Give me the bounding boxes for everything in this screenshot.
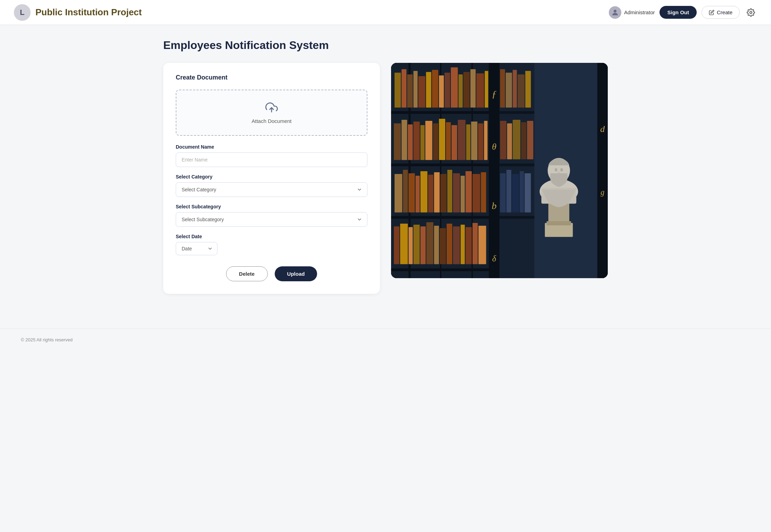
page-title: Employees Notification System	[163, 39, 608, 52]
svg-rect-22	[451, 67, 458, 108]
svg-rect-52	[453, 173, 460, 213]
svg-rect-26	[476, 73, 484, 108]
svg-rect-21	[445, 73, 450, 108]
upload-button[interactable]: Upload	[275, 266, 317, 281]
svg-rect-36	[446, 122, 451, 160]
svg-rect-37	[451, 125, 457, 160]
date-select[interactable]: Date	[176, 242, 217, 255]
logo-avatar: L	[14, 4, 31, 21]
svg-rect-46	[415, 176, 420, 213]
svg-rect-105	[597, 63, 608, 278]
svg-rect-18	[426, 72, 431, 108]
svg-text:d: d	[600, 124, 605, 134]
svg-rect-41	[478, 123, 483, 160]
svg-rect-51	[447, 170, 452, 213]
form-card: Create Document Attach Document Document…	[163, 63, 380, 294]
user-icon	[611, 8, 619, 17]
library-image: ƒ θ b δ	[391, 63, 608, 278]
svg-rect-70	[479, 226, 486, 264]
date-select-wrapper: Date	[176, 242, 217, 255]
settings-button[interactable]	[745, 6, 757, 19]
svg-rect-30	[408, 124, 413, 160]
svg-text:g: g	[600, 188, 604, 197]
sign-out-button[interactable]: Sign Out	[660, 6, 697, 19]
content-grid: Create Document Attach Document Document…	[163, 63, 608, 294]
svg-rect-60	[413, 225, 420, 264]
main-content: Employees Notification System Create Doc…	[142, 25, 629, 308]
user-avatar	[609, 6, 621, 19]
svg-rect-28	[394, 123, 401, 160]
svg-point-0	[614, 10, 616, 13]
upload-zone[interactable]: Attach Document	[176, 90, 367, 136]
svg-text:b: b	[492, 200, 497, 211]
svg-rect-17	[418, 76, 425, 108]
svg-rect-24	[463, 72, 470, 108]
svg-rect-35	[439, 119, 445, 160]
svg-rect-11	[391, 216, 489, 219]
svg-rect-13	[395, 73, 401, 108]
header-left: L Public Institution Project	[14, 4, 142, 21]
svg-rect-69	[473, 223, 478, 264]
svg-rect-47	[421, 171, 428, 213]
footer-text: © 2025 All rights reserved	[21, 337, 73, 342]
document-name-input[interactable]	[176, 152, 367, 167]
subcategory-select[interactable]: Select Subcategory	[176, 212, 367, 227]
date-label: Select Date	[176, 234, 367, 239]
form-card-title: Create Document	[176, 74, 367, 81]
header: L Public Institution Project Administrat…	[0, 0, 771, 25]
svg-text:ƒ: ƒ	[492, 89, 497, 99]
svg-rect-54	[465, 171, 472, 213]
header-right: Administrator Sign Out Create	[609, 6, 757, 19]
svg-rect-34	[433, 123, 438, 160]
svg-rect-61	[421, 226, 426, 264]
svg-rect-20	[439, 75, 444, 108]
svg-rect-10	[391, 164, 489, 166]
svg-rect-67	[461, 225, 465, 264]
svg-text:δ: δ	[492, 254, 496, 263]
svg-rect-23	[458, 74, 463, 108]
svg-rect-56	[481, 172, 486, 213]
subcategory-label: Select Subcategory	[176, 204, 367, 209]
svg-rect-42	[484, 121, 488, 160]
svg-rect-27	[485, 71, 488, 108]
svg-rect-50	[440, 174, 447, 213]
svg-rect-49	[434, 172, 440, 213]
form-buttons: Delete Upload	[176, 266, 367, 281]
svg-rect-48	[428, 175, 433, 213]
svg-rect-68	[465, 227, 472, 264]
date-group: Select Date Date	[176, 234, 367, 255]
svg-rect-64	[440, 228, 446, 264]
svg-rect-53	[461, 176, 465, 213]
svg-rect-66	[453, 226, 460, 264]
svg-text:θ: θ	[492, 142, 496, 152]
user-info: Administrator	[609, 6, 655, 19]
svg-rect-40	[471, 122, 477, 160]
user-name: Administrator	[624, 9, 655, 15]
svg-rect-19	[432, 70, 438, 108]
svg-rect-39	[466, 124, 470, 160]
svg-rect-63	[434, 226, 439, 264]
svg-rect-25	[470, 69, 475, 108]
svg-rect-58	[400, 224, 408, 264]
svg-rect-43	[395, 174, 402, 213]
svg-rect-15	[407, 74, 413, 108]
svg-rect-14	[401, 69, 406, 108]
gear-icon	[747, 8, 755, 17]
svg-rect-65	[447, 224, 452, 264]
library-svg: ƒ θ b δ	[391, 63, 608, 278]
svg-rect-44	[403, 170, 408, 213]
create-button[interactable]: Create	[702, 6, 740, 19]
svg-rect-62	[426, 222, 433, 264]
delete-button[interactable]: Delete	[226, 266, 268, 281]
document-name-label: Document Name	[176, 144, 367, 150]
app-title: Public Institution Project	[35, 7, 142, 18]
svg-rect-104	[499, 63, 608, 278]
svg-rect-31	[413, 122, 420, 160]
svg-rect-12	[391, 268, 489, 271]
upload-icon	[265, 101, 278, 114]
svg-rect-29	[401, 120, 407, 160]
image-panel: ƒ θ b δ	[391, 63, 608, 278]
category-select[interactable]: Select Category	[176, 182, 367, 197]
svg-rect-57	[394, 226, 399, 264]
svg-rect-55	[473, 174, 480, 213]
